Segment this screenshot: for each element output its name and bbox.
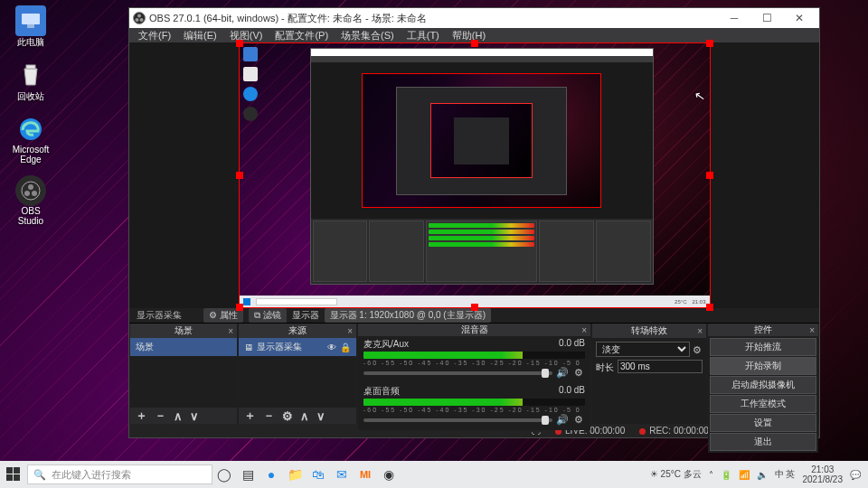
menu-profile[interactable]: 配置文件(P) — [275, 29, 328, 42]
svg-rect-2 — [26, 65, 35, 69]
exit-button[interactable]: 退出 — [710, 433, 816, 451]
desktop-icon-obs[interactable]: OBS Studio — [7, 175, 54, 226]
mute-button[interactable]: 🔊 — [556, 367, 569, 380]
tray-chevron-icon[interactable]: ˄ — [709, 470, 713, 480]
start-streaming-button[interactable]: 开始推流 — [710, 338, 816, 356]
volume-icon[interactable]: 🔈 — [757, 470, 768, 480]
icon-label: Microsoft Edge — [7, 145, 54, 164]
resize-handle[interactable] — [471, 40, 478, 47]
visibility-toggle[interactable]: 👁 — [327, 343, 336, 352]
resize-handle[interactable] — [236, 304, 243, 311]
gear-icon[interactable]: ⚙ — [572, 367, 585, 380]
resize-handle[interactable] — [471, 304, 478, 311]
taskbar-app-explorer[interactable]: 📁 — [283, 461, 307, 488]
add-scene-button[interactable]: ＋ — [136, 408, 147, 424]
minimize-button[interactable]: ─ — [718, 8, 750, 28]
mixer-dock: 混音器× 麦克风/Aux0.0 dB -60 -55 -50 -45 -40 -… — [358, 324, 590, 424]
menu-scene-collection[interactable]: 场景集合(S) — [341, 29, 394, 42]
svg-rect-0 — [22, 14, 40, 24]
source-props-button[interactable]: ⚙ — [282, 409, 293, 423]
dock-close-icon[interactable]: × — [697, 326, 703, 336]
gear-icon[interactable]: ⚙ — [692, 344, 703, 357]
weather-widget[interactable]: ☀ 25°C 多云 — [650, 468, 702, 481]
dock-header[interactable]: 控件× — [708, 324, 818, 336]
notifications-button[interactable]: 💬 — [850, 470, 861, 480]
meter-ticks: -60 -55 -50 -45 -40 -35 -30 -25 -20 -15 … — [363, 407, 585, 413]
gear-icon[interactable]: ⚙ — [572, 414, 585, 427]
source-down-button[interactable]: ∨ — [316, 409, 326, 423]
search-placeholder: 在此键入进行搜索 — [52, 468, 131, 482]
studio-mode-button[interactable]: 工作室模式 — [710, 395, 816, 413]
lock-toggle[interactable]: 🔒 — [340, 343, 351, 352]
taskbar-app-mi[interactable]: MI — [354, 461, 377, 488]
taskbar-app-store[interactable]: 🛍 — [307, 461, 330, 488]
icon-label: OBS Studio — [7, 206, 54, 226]
resize-handle[interactable] — [706, 172, 713, 179]
filters-button[interactable]: ⧉ 滤镜 — [249, 308, 287, 323]
resize-handle[interactable] — [236, 172, 243, 179]
dock-header[interactable]: 混音器× — [358, 324, 590, 336]
dock-close-icon[interactable]: × — [228, 326, 233, 336]
svg-point-10 — [136, 18, 139, 22]
battery-icon[interactable]: 🔋 — [721, 470, 731, 480]
dock-close-icon[interactable]: × — [347, 326, 353, 336]
maximize-button[interactable]: ☐ — [750, 8, 783, 28]
dock-header[interactable]: 场景× — [130, 324, 237, 338]
settings-button[interactable]: 设置 — [710, 414, 816, 432]
resize-handle[interactable] — [706, 304, 713, 311]
mixer-channel: 麦克风/Aux0.0 dB -60 -55 -50 -45 -40 -35 -3… — [358, 336, 590, 381]
taskbar-clock[interactable]: 21:03 2021/8/23 — [803, 465, 844, 484]
sources-dock: 来源× 🖥 显示器采集 👁 🔒 ＋ － ⚙ ∧ ∨ — [239, 324, 356, 424]
task-view-button[interactable]: ◯ — [212, 461, 236, 488]
svg-point-9 — [137, 14, 141, 18]
desktop-icon-recycle-bin[interactable]: 回收站 — [7, 60, 54, 103]
start-virtualcam-button[interactable]: 启动虚拟摄像机 — [710, 376, 816, 394]
mouse-cursor: ↖ — [693, 88, 707, 104]
start-button[interactable] — [0, 461, 27, 488]
desktop-icon-this-pc[interactable]: 此电脑 — [7, 5, 54, 49]
dock-header[interactable]: 转场特效× — [592, 324, 706, 338]
obs-window: OBS 27.0.1 (64-bit, windows) - 配置文件: 未命名… — [128, 7, 820, 438]
wifi-icon[interactable]: 📶 — [739, 470, 750, 480]
source-item[interactable]: 🖥 显示器采集 👁 🔒 — [239, 338, 356, 356]
dock-close-icon[interactable]: × — [809, 325, 815, 335]
taskbar-search[interactable]: 🔍 在此键入进行搜索 — [27, 465, 212, 484]
remove-scene-button[interactable]: － — [155, 408, 166, 424]
taskbar-app-obs[interactable]: ◉ — [377, 461, 401, 488]
scene-item[interactable]: 场景 — [130, 338, 237, 356]
transition-select[interactable]: 淡变 — [596, 342, 690, 357]
start-recording-button[interactable]: 开始录制 — [710, 357, 816, 375]
title-bar[interactable]: OBS 27.0.1 (64-bit, windows) - 配置文件: 未命名… — [129, 8, 819, 28]
menu-view[interactable]: 视图(V) — [230, 29, 263, 42]
taskbar-app-edge[interactable]: ● — [259, 461, 283, 488]
menu-help[interactable]: 帮助(H) — [452, 29, 486, 42]
close-button[interactable]: ✕ — [783, 8, 816, 28]
remove-source-button[interactable]: － — [263, 408, 275, 424]
desktop-icon-edge[interactable]: Microsoft Edge — [7, 114, 54, 164]
add-source-button[interactable]: ＋ — [244, 408, 256, 424]
menu-edit[interactable]: 编辑(E) — [184, 29, 217, 42]
icon-label: 回收站 — [17, 90, 44, 103]
ime-indicator[interactable]: 中 英 — [775, 468, 796, 481]
preview-area[interactable]: 25°C21:03 — [129, 42, 819, 308]
taskbar-app[interactable]: ▤ — [236, 461, 259, 488]
windows-taskbar: 🔍 在此键入进行搜索 ◯ ▤ ● 📁 🛍 ✉ MI ◉ ☀ 25°C 多云 ˄ … — [0, 461, 868, 488]
duration-input[interactable] — [618, 360, 703, 373]
taskbar-app-mail[interactable]: ✉ — [330, 461, 354, 488]
dock-close-icon[interactable]: × — [581, 325, 587, 335]
preview-source-bounds[interactable]: 25°C21:03 — [239, 42, 711, 308]
menu-tools[interactable]: 工具(T) — [407, 29, 439, 42]
volume-slider[interactable] — [363, 371, 552, 375]
rec-status: REC: 00:00:00 — [639, 426, 709, 436]
resize-handle[interactable] — [236, 40, 243, 47]
svg-rect-14 — [6, 474, 13, 481]
dock-header[interactable]: 来源× — [239, 324, 356, 338]
menu-file[interactable]: 文件(F) — [138, 29, 171, 42]
scene-up-button[interactable]: ∧ — [174, 409, 183, 423]
resize-handle[interactable] — [706, 40, 713, 47]
display-select[interactable]: 显示器 1: 1920x1080 @ 0,0 (主显示器) — [325, 308, 491, 323]
mute-button[interactable]: 🔊 — [556, 414, 569, 427]
scene-down-button[interactable]: ∨ — [190, 409, 199, 423]
source-up-button[interactable]: ∧ — [300, 409, 309, 423]
volume-slider[interactable] — [363, 418, 552, 422]
